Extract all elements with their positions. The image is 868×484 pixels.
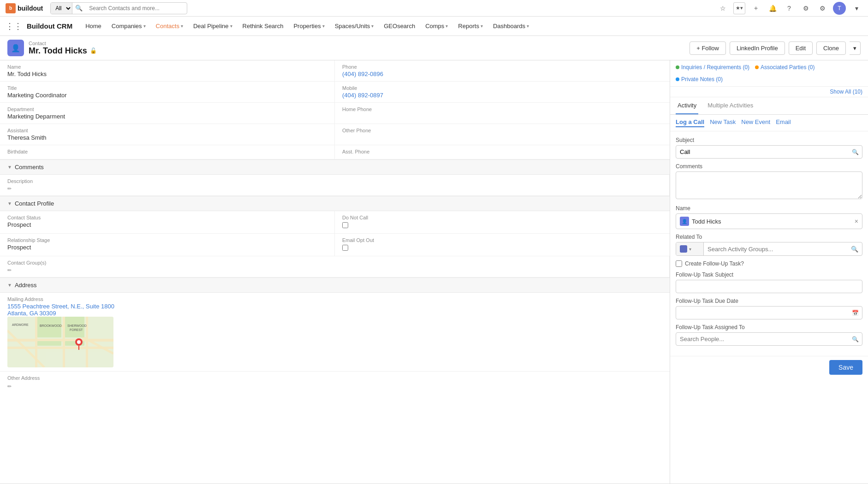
related-to-selector[interactable]: ▾: [676, 242, 704, 255]
create-followup-row: Create Follow-Up Task?: [676, 260, 862, 267]
new-event-link[interactable]: New Event: [741, 118, 770, 127]
add-icon[interactable]: ＋: [750, 2, 762, 14]
comments-chevron-icon: ▼: [7, 165, 12, 170]
name-tag-left: 👤 Todd Hicks: [680, 217, 721, 226]
mailing-address-line1[interactable]: 1555 Peachtree Street, N.E., Suite 1800: [7, 303, 662, 310]
log-call-link[interactable]: Log a Call: [676, 118, 704, 127]
search-people-input[interactable]: [676, 332, 862, 346]
inquiries-label: Inquiries /: [681, 64, 705, 71]
comments-section-header[interactable]: ▼ Comments: [0, 159, 670, 175]
name-tag-close-icon[interactable]: ×: [855, 218, 858, 225]
nav-companies[interactable]: Companies ▾: [107, 21, 150, 31]
subject-input[interactable]: [676, 145, 862, 159]
settings-icon[interactable]: ⚙: [800, 2, 812, 14]
tab-activity[interactable]: Activity: [676, 97, 698, 114]
nav-contacts-label: Contacts: [156, 23, 179, 30]
other-address-section: Other Address ✏: [0, 371, 670, 393]
related-to-input[interactable]: [704, 243, 847, 255]
create-followup-checkbox[interactable]: [676, 260, 682, 267]
contactgroups-edit-icon[interactable]: ✏: [7, 267, 662, 273]
private-notes-link[interactable]: Private Notes (0): [681, 76, 723, 83]
nav-contacts[interactable]: Contacts ▾: [151, 21, 188, 31]
nav-dashboards[interactable]: Dashboards ▾: [488, 21, 534, 31]
email-link[interactable]: Email: [776, 118, 791, 127]
description-edit-icon[interactable]: ✏: [7, 186, 662, 192]
address-section-header[interactable]: ▼ Address: [0, 277, 670, 293]
mobile-value[interactable]: (404) 892-0897: [342, 92, 662, 99]
nav-geosearch[interactable]: GEOsearch: [379, 21, 420, 31]
tab-multiple-activities[interactable]: Multiple Activities: [706, 97, 755, 114]
assistant-label: Assistant: [7, 128, 327, 133]
nav-properties[interactable]: Properties ▾: [289, 21, 329, 31]
nav-reports[interactable]: Reports ▾: [453, 21, 488, 31]
save-button[interactable]: Save: [829, 360, 862, 375]
relstage-value: Prospect: [7, 244, 327, 251]
nav-properties-chevron: ▾: [322, 24, 325, 29]
linkedin-button[interactable]: LinkedIn Profile: [730, 41, 785, 55]
lock-icon: 🔓: [90, 47, 97, 54]
homephone-label: Home Phone: [342, 106, 662, 112]
search-input[interactable]: [85, 5, 187, 12]
svg-text:SHERWOOD: SHERWOOD: [67, 324, 87, 327]
new-task-link[interactable]: New Task: [710, 118, 736, 127]
search-filter[interactable]: All: [51, 3, 72, 14]
mailing-address-label: Mailing Address: [7, 296, 662, 302]
nav-comps[interactable]: Comps ▾: [421, 21, 452, 31]
name-form-label: Name: [676, 205, 862, 212]
phone-value[interactable]: (404) 892-0896: [342, 71, 662, 77]
contact-name-text: Mr. Todd Hicks: [29, 46, 87, 56]
nav-home[interactable]: Home: [81, 21, 106, 31]
subject-label: Subject: [676, 137, 862, 143]
homephone-cell: Home Phone ✏: [335, 103, 670, 124]
follow-button[interactable]: + Follow: [690, 41, 726, 55]
nav-reports-chevron: ▾: [481, 24, 483, 29]
asstphone-label: Asst. Phone: [342, 149, 662, 154]
tab-activity-label: Activity: [678, 102, 696, 109]
contact-profile-section-header[interactable]: ▼ Contact Profile: [0, 196, 670, 211]
show-all-link[interactable]: Show All (10): [670, 87, 868, 97]
phone-label: Phone: [342, 64, 662, 70]
logo[interactable]: b buildout: [6, 3, 43, 13]
comments-textarea[interactable]: [676, 171, 862, 199]
logo-icon: b: [6, 3, 16, 13]
address-chevron-icon: ▼: [7, 283, 12, 288]
nav-geosearch-label: GEOsearch: [384, 23, 415, 30]
star-icon[interactable]: ☆: [717, 2, 729, 14]
star-list-icon[interactable]: ★▾: [733, 2, 745, 14]
dept-homephone-row: Department Marketing Deparment ✏ Home Ph…: [0, 103, 670, 124]
more-actions-button[interactable]: ▾: [850, 41, 861, 55]
followup-date-input[interactable]: [676, 306, 862, 319]
map-container: ARDMORE BROOKWOOD SHERWOOD FOREST: [7, 317, 113, 367]
emailopt-cell: Email Opt Out: [335, 234, 670, 256]
nav-spaces[interactable]: Spaces/Units ▾: [330, 21, 379, 31]
subject-search-icon[interactable]: 🔍: [852, 149, 859, 155]
gear-icon[interactable]: ⚙: [816, 2, 828, 14]
emailopt-checkbox[interactable]: [342, 245, 348, 251]
apps-icon[interactable]: ⋮⋮: [6, 21, 22, 31]
clone-button[interactable]: Clone: [816, 41, 846, 55]
title-label: Title: [7, 85, 327, 91]
associated-parties-link[interactable]: Associated Parties (0): [761, 64, 814, 71]
followup-subject-input[interactable]: [676, 280, 862, 293]
name-row: Name 👤 Todd Hicks ×: [676, 205, 862, 229]
inquiries-link[interactable]: Inquiries / Requirements (0): [681, 64, 749, 71]
mailing-address-line2[interactable]: Atlanta, GA 30309: [7, 310, 662, 317]
nav-dashboards-label: Dashboards: [493, 23, 525, 30]
nav-deal-pipeline[interactable]: Deal Pipeline ▾: [189, 21, 237, 31]
contact-profile-chevron-icon: ▼: [7, 201, 12, 206]
calendar-icon[interactable]: 📅: [852, 310, 859, 316]
avatar[interactable]: T: [833, 2, 846, 15]
description-cell: Description ✏: [0, 175, 670, 195]
chevron-down-icon[interactable]: ▾: [850, 2, 862, 14]
related-to-search-icon[interactable]: 🔍: [847, 243, 862, 255]
donotcall-checkbox[interactable]: [342, 222, 348, 228]
other-address-edit-icon[interactable]: ✏: [7, 384, 12, 389]
nav-dashboards-chevron: ▾: [527, 24, 529, 29]
bell-icon[interactable]: 🔔: [767, 2, 779, 14]
edit-button[interactable]: Edit: [789, 41, 813, 55]
nav-rethink[interactable]: Rethink Search: [238, 21, 288, 31]
related-to-chevron: ▾: [689, 247, 691, 252]
help-icon[interactable]: ?: [783, 2, 795, 14]
followup-date-row: Follow-Up Task Due Date 📅: [676, 298, 862, 319]
name-tag-icon: 👤: [680, 217, 689, 226]
